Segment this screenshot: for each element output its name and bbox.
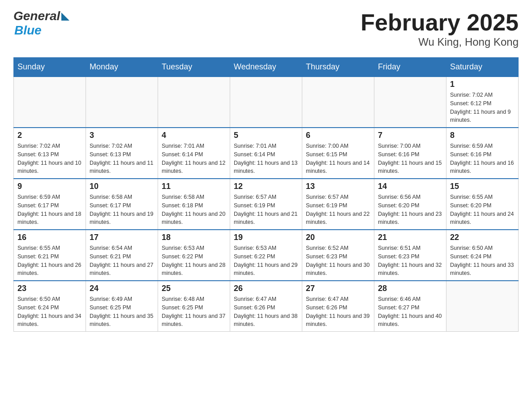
- day-info: Sunrise: 6:59 AMSunset: 6:16 PMDaylight:…: [450, 142, 515, 176]
- day-info: Sunrise: 6:49 AMSunset: 6:25 PMDaylight:…: [90, 295, 154, 329]
- calendar-cell: 24Sunrise: 6:49 AMSunset: 6:25 PMDayligh…: [86, 281, 158, 332]
- day-number: 27: [306, 284, 370, 293]
- month-title: February 2025: [360, 9, 519, 36]
- calendar-cell: 6Sunrise: 7:00 AMSunset: 6:15 PMDaylight…: [302, 128, 374, 179]
- day-header-tuesday: Tuesday: [158, 58, 230, 77]
- calendar-cell: 5Sunrise: 7:01 AMSunset: 6:14 PMDaylight…: [230, 128, 302, 179]
- day-info: Sunrise: 6:57 AMSunset: 6:19 PMDaylight:…: [306, 193, 370, 227]
- day-number: 10: [90, 182, 154, 191]
- calendar-cell: 3Sunrise: 7:02 AMSunset: 6:13 PMDaylight…: [86, 128, 158, 179]
- day-number: 21: [378, 233, 442, 242]
- day-info: Sunrise: 6:57 AMSunset: 6:19 PMDaylight:…: [234, 193, 298, 227]
- day-number: 4: [162, 131, 226, 140]
- calendar-cell: 7Sunrise: 7:00 AMSunset: 6:16 PMDaylight…: [374, 128, 446, 179]
- day-number: 22: [450, 233, 515, 242]
- day-number: 5: [234, 131, 298, 140]
- calendar-cell: 22Sunrise: 6:50 AMSunset: 6:24 PMDayligh…: [446, 230, 519, 281]
- calendar-cell: 28Sunrise: 6:46 AMSunset: 6:27 PMDayligh…: [374, 281, 446, 332]
- calendar-cell: [230, 77, 302, 128]
- day-info: Sunrise: 6:51 AMSunset: 6:23 PMDaylight:…: [378, 244, 442, 278]
- day-info: Sunrise: 6:50 AMSunset: 6:24 PMDaylight:…: [17, 295, 82, 329]
- calendar-table: SundayMondayTuesdayWednesdayThursdayFrid…: [13, 57, 519, 332]
- calendar-cell: 15Sunrise: 6:55 AMSunset: 6:20 PMDayligh…: [446, 179, 519, 230]
- day-number: 12: [234, 182, 298, 191]
- calendar-cell: [14, 77, 86, 128]
- calendar-cell: [158, 77, 230, 128]
- day-number: 9: [17, 182, 82, 191]
- day-number: 28: [378, 284, 442, 293]
- day-number: 7: [378, 131, 442, 140]
- calendar-cell: 25Sunrise: 6:48 AMSunset: 6:25 PMDayligh…: [158, 281, 230, 332]
- week-row-1: 1Sunrise: 7:02 AMSunset: 6:12 PMDaylight…: [14, 77, 519, 128]
- day-number: 3: [90, 131, 154, 140]
- calendar-cell: 21Sunrise: 6:51 AMSunset: 6:23 PMDayligh…: [374, 230, 446, 281]
- day-info: Sunrise: 6:54 AMSunset: 6:21 PMDaylight:…: [90, 244, 154, 278]
- day-info: Sunrise: 7:02 AMSunset: 6:13 PMDaylight:…: [90, 142, 154, 176]
- day-info: Sunrise: 6:55 AMSunset: 6:21 PMDaylight:…: [17, 244, 82, 278]
- day-number: 14: [378, 182, 442, 191]
- calendar-cell: [374, 77, 446, 128]
- calendar-cell: 23Sunrise: 6:50 AMSunset: 6:24 PMDayligh…: [14, 281, 86, 332]
- calendar-cell: 27Sunrise: 6:47 AMSunset: 6:26 PMDayligh…: [302, 281, 374, 332]
- day-number: 26: [234, 284, 298, 293]
- logo-general-text: General: [13, 9, 60, 23]
- calendar-cell: [446, 281, 519, 332]
- day-number: 16: [17, 233, 82, 242]
- day-header-sunday: Sunday: [14, 58, 86, 77]
- day-number: 13: [306, 182, 370, 191]
- day-number: 17: [90, 233, 154, 242]
- day-number: 24: [90, 284, 154, 293]
- day-number: 23: [17, 284, 82, 293]
- day-info: Sunrise: 6:53 AMSunset: 6:22 PMDaylight:…: [162, 244, 226, 278]
- calendar-cell: 19Sunrise: 6:53 AMSunset: 6:22 PMDayligh…: [230, 230, 302, 281]
- day-headers-row: SundayMondayTuesdayWednesdayThursdayFrid…: [14, 58, 519, 77]
- day-info: Sunrise: 6:56 AMSunset: 6:20 PMDaylight:…: [378, 193, 442, 227]
- logo-arrow-icon: [61, 13, 69, 22]
- week-row-5: 23Sunrise: 6:50 AMSunset: 6:24 PMDayligh…: [14, 281, 519, 332]
- day-info: Sunrise: 6:58 AMSunset: 6:18 PMDaylight:…: [162, 193, 226, 227]
- day-number: 2: [17, 131, 82, 140]
- day-info: Sunrise: 7:02 AMSunset: 6:13 PMDaylight:…: [17, 142, 82, 176]
- week-row-4: 16Sunrise: 6:55 AMSunset: 6:21 PMDayligh…: [14, 230, 519, 281]
- calendar-cell: 13Sunrise: 6:57 AMSunset: 6:19 PMDayligh…: [302, 179, 374, 230]
- logo: General Blue: [13, 9, 69, 38]
- day-info: Sunrise: 7:01 AMSunset: 6:14 PMDaylight:…: [162, 142, 226, 176]
- calendar-cell: 10Sunrise: 6:58 AMSunset: 6:17 PMDayligh…: [86, 179, 158, 230]
- calendar-cell: 26Sunrise: 6:47 AMSunset: 6:26 PMDayligh…: [230, 281, 302, 332]
- page-header: General Blue February 2025 Wu King, Hong…: [13, 9, 519, 48]
- calendar-cell: 9Sunrise: 6:59 AMSunset: 6:17 PMDaylight…: [14, 179, 86, 230]
- day-info: Sunrise: 6:46 AMSunset: 6:27 PMDaylight:…: [378, 295, 442, 329]
- location-title: Wu King, Hong Kong: [360, 36, 519, 48]
- calendar-cell: 18Sunrise: 6:53 AMSunset: 6:22 PMDayligh…: [158, 230, 230, 281]
- day-info: Sunrise: 6:53 AMSunset: 6:22 PMDaylight:…: [234, 244, 298, 278]
- day-info: Sunrise: 7:00 AMSunset: 6:16 PMDaylight:…: [378, 142, 442, 176]
- week-row-2: 2Sunrise: 7:02 AMSunset: 6:13 PMDaylight…: [14, 128, 519, 179]
- calendar-cell: 14Sunrise: 6:56 AMSunset: 6:20 PMDayligh…: [374, 179, 446, 230]
- calendar-cell: 1Sunrise: 7:02 AMSunset: 6:12 PMDaylight…: [446, 77, 519, 128]
- calendar-cell: 11Sunrise: 6:58 AMSunset: 6:18 PMDayligh…: [158, 179, 230, 230]
- day-number: 8: [450, 131, 515, 140]
- day-header-friday: Friday: [374, 58, 446, 77]
- calendar-cell: 17Sunrise: 6:54 AMSunset: 6:21 PMDayligh…: [86, 230, 158, 281]
- day-info: Sunrise: 7:02 AMSunset: 6:12 PMDaylight:…: [450, 91, 515, 124]
- day-number: 19: [234, 233, 298, 242]
- day-header-thursday: Thursday: [302, 58, 374, 77]
- day-number: 6: [306, 131, 370, 140]
- day-info: Sunrise: 6:52 AMSunset: 6:23 PMDaylight:…: [306, 244, 370, 278]
- calendar-cell: [86, 77, 158, 128]
- day-number: 11: [162, 182, 226, 191]
- calendar-cell: 16Sunrise: 6:55 AMSunset: 6:21 PMDayligh…: [14, 230, 86, 281]
- day-number: 20: [306, 233, 370, 242]
- calendar-cell: [302, 77, 374, 128]
- week-row-3: 9Sunrise: 6:59 AMSunset: 6:17 PMDaylight…: [14, 179, 519, 230]
- day-number: 25: [162, 284, 226, 293]
- day-info: Sunrise: 6:47 AMSunset: 6:26 PMDaylight:…: [306, 295, 370, 329]
- day-info: Sunrise: 6:55 AMSunset: 6:20 PMDaylight:…: [450, 193, 515, 227]
- calendar-cell: 20Sunrise: 6:52 AMSunset: 6:23 PMDayligh…: [302, 230, 374, 281]
- day-number: 1: [450, 80, 515, 89]
- day-info: Sunrise: 6:48 AMSunset: 6:25 PMDaylight:…: [162, 295, 226, 329]
- day-info: Sunrise: 6:50 AMSunset: 6:24 PMDaylight:…: [450, 244, 515, 278]
- day-header-monday: Monday: [86, 58, 158, 77]
- calendar-cell: 12Sunrise: 6:57 AMSunset: 6:19 PMDayligh…: [230, 179, 302, 230]
- day-header-saturday: Saturday: [446, 58, 519, 77]
